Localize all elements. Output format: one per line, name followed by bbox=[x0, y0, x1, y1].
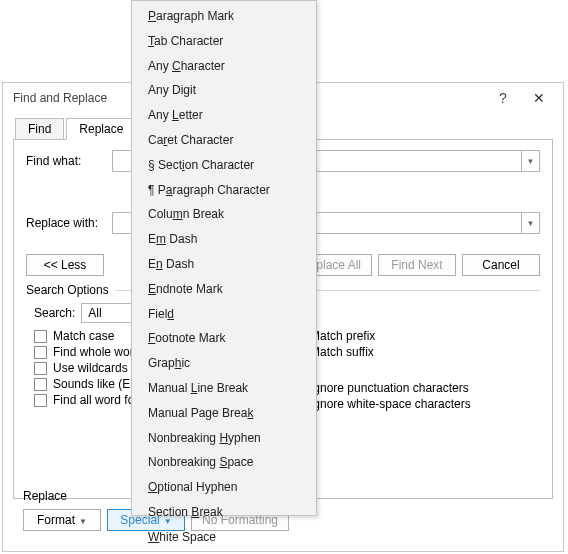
menu-item[interactable]: Manual Line Break bbox=[134, 376, 314, 401]
menu-item[interactable]: Optional Hyphen bbox=[134, 475, 314, 500]
menu-item[interactable]: § Section Character bbox=[134, 153, 314, 178]
menu-item[interactable]: ¶ Paragraph Character bbox=[134, 178, 314, 203]
check-ignore-punctuation[interactable]: Ignore punctuation characters bbox=[291, 381, 540, 395]
menu-item[interactable]: Column Break bbox=[134, 202, 314, 227]
checkbox-icon bbox=[34, 394, 47, 407]
help-button[interactable]: ? bbox=[485, 90, 521, 106]
check-ignore-whitespace[interactable]: Ignore white-space characters bbox=[291, 397, 540, 411]
check-match-suffix[interactable]: Match suffix bbox=[291, 345, 540, 359]
replace-with-label: Replace with: bbox=[26, 216, 112, 230]
check-match-prefix[interactable]: Match prefix bbox=[291, 329, 540, 343]
checkbox-icon bbox=[34, 346, 47, 359]
chevron-down-icon[interactable]: ▼ bbox=[521, 213, 539, 233]
special-menu: Paragraph MarkTab CharacterAny Character… bbox=[131, 0, 317, 516]
menu-item[interactable]: Nonbreaking Space bbox=[134, 450, 314, 475]
format-button[interactable]: Format▼ bbox=[23, 509, 101, 531]
menu-item[interactable]: Graphic bbox=[134, 351, 314, 376]
checkbox-icon bbox=[34, 330, 47, 343]
menu-item[interactable]: Footnote Mark bbox=[134, 326, 314, 351]
caret-down-icon: ▼ bbox=[79, 517, 87, 526]
menu-item[interactable]: Any Letter bbox=[134, 103, 314, 128]
cancel-button[interactable]: Cancel bbox=[462, 254, 540, 276]
menu-item[interactable]: Caret Character bbox=[134, 128, 314, 153]
menu-item[interactable]: Field bbox=[134, 302, 314, 327]
menu-item[interactable]: Any Character bbox=[134, 54, 314, 79]
menu-item[interactable]: White Space bbox=[134, 525, 314, 550]
search-direction-value: All bbox=[88, 306, 101, 320]
menu-item[interactable]: Tab Character bbox=[134, 29, 314, 54]
chevron-down-icon[interactable]: ▼ bbox=[521, 151, 539, 171]
menu-item[interactable]: Section Break bbox=[134, 500, 314, 525]
less-button[interactable]: << Less bbox=[26, 254, 104, 276]
find-what-label: Find what: bbox=[26, 154, 112, 168]
menu-item[interactable]: Paragraph Mark bbox=[134, 4, 314, 29]
tab-replace[interactable]: Replace bbox=[66, 118, 136, 140]
search-label: Search: bbox=[34, 306, 75, 320]
menu-item[interactable]: En Dash bbox=[134, 252, 314, 277]
menu-item[interactable]: Manual Page Break bbox=[134, 401, 314, 426]
menu-item[interactable]: Endnote Mark bbox=[134, 277, 314, 302]
menu-item[interactable]: Nonbreaking Hyphen bbox=[134, 426, 314, 451]
menu-item[interactable]: Em Dash bbox=[134, 227, 314, 252]
checkbox-icon bbox=[34, 362, 47, 375]
find-next-button[interactable]: Find Next bbox=[378, 254, 456, 276]
checkbox-icon bbox=[34, 378, 47, 391]
close-button[interactable]: ✕ bbox=[521, 90, 557, 106]
tab-find[interactable]: Find bbox=[15, 118, 64, 140]
menu-item[interactable]: Any Digit bbox=[134, 78, 314, 103]
search-options-label: Search Options bbox=[26, 283, 115, 297]
